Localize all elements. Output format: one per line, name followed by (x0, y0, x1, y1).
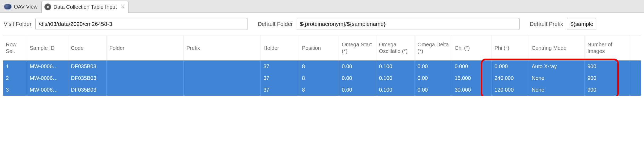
table-row[interactable]: 2 MW-0006… DF035B03 37 8 0.00 0.100 0.00… (3, 72, 641, 84)
cell-centring[interactable]: None (529, 72, 585, 84)
col-folder[interactable]: Folder (107, 35, 184, 60)
cell-folder[interactable] (107, 84, 184, 96)
col-row-sel[interactable]: Row Sel. (3, 35, 27, 60)
cell-nimages[interactable]: 900 (585, 60, 630, 72)
cell-code[interactable]: DF035B03 (68, 84, 107, 96)
default-prefix-label: Default Prefix (530, 21, 563, 27)
cell-omega-o[interactable]: 0.100 (376, 84, 415, 96)
cell-omega-o[interactable]: 0.100 (376, 60, 415, 72)
col-phi[interactable]: Phi (°) (492, 35, 529, 60)
col-omega-d[interactable]: Omega Delta (°) (415, 35, 452, 60)
lens-icon (4, 4, 12, 10)
table-row[interactable]: 3 MW-0006… DF035B03 37 8 0.00 0.100 0.00… (3, 84, 641, 96)
cell-row[interactable]: 1 (3, 60, 27, 72)
table-header: Row Sel. Sample ID Code Folder Prefix Ho… (3, 35, 641, 60)
col-nimages[interactable]: Number of Images (585, 35, 630, 60)
table-row[interactable]: 1 MW-0006… DF035B03 37 8 0.00 0.100 0.00… (3, 60, 641, 72)
cell-sample-id[interactable]: MW-0006… (27, 60, 68, 72)
col-sample-id[interactable]: Sample ID (27, 35, 68, 60)
cell-chi[interactable]: 15.000 (452, 72, 492, 84)
cell-omega-s[interactable]: 0.00 (339, 84, 376, 96)
col-omega-o[interactable]: Omega Oscillatio (°) (376, 35, 415, 60)
cell-row[interactable]: 3 (3, 84, 27, 96)
close-icon[interactable]: ⨯ (121, 4, 125, 10)
cell-omega-d[interactable]: 0.00 (415, 72, 452, 84)
cell-code[interactable]: DF035B03 (68, 72, 107, 84)
cell-code[interactable]: DF035B03 (68, 60, 107, 72)
cell-prefix[interactable] (184, 60, 261, 72)
cell-prefix[interactable] (184, 84, 261, 96)
cell-position[interactable]: 8 (299, 72, 339, 84)
default-folder-input[interactable] (297, 18, 520, 30)
default-prefix-input[interactable] (567, 18, 596, 30)
tab-data-collection[interactable]: Data Collection Table Input ⨯ (41, 1, 129, 13)
cell-sample-id[interactable]: MW-0006… (27, 72, 68, 84)
cell-folder[interactable] (107, 72, 184, 84)
cell-position[interactable]: 8 (299, 60, 339, 72)
cell-holder[interactable]: 37 (261, 84, 299, 96)
tab-label: Data Collection Table Input (53, 4, 117, 10)
disc-icon (44, 3, 51, 10)
tab-oav-view[interactable]: OAV View (1, 1, 41, 13)
cell-omega-s[interactable]: 0.00 (339, 60, 376, 72)
cell-chi[interactable]: 0.000 (452, 60, 492, 72)
cell-omega-o[interactable]: 0.100 (376, 72, 415, 84)
cell-centring[interactable]: Auto X-ray (529, 60, 585, 72)
col-centring[interactable]: Centring Mode (529, 35, 585, 60)
col-holder[interactable]: Holder (261, 35, 299, 60)
cell-holder[interactable]: 37 (261, 72, 299, 84)
cell-row[interactable]: 2 (3, 72, 27, 84)
cell-omega-d[interactable]: 0.00 (415, 84, 452, 96)
cell-holder[interactable]: 37 (261, 60, 299, 72)
cell-phi[interactable]: 120.000 (492, 84, 529, 96)
cell-sample-id[interactable]: MW-0006… (27, 84, 68, 96)
cell-folder[interactable] (107, 60, 184, 72)
cell-centring[interactable]: None (529, 84, 585, 96)
cell-nimages[interactable]: 900 (585, 84, 630, 96)
tab-bar: OAV View Data Collection Table Input ⨯ (0, 0, 644, 13)
cell-chi[interactable]: 30.000 (452, 84, 492, 96)
cell-prefix[interactable] (184, 72, 261, 84)
col-position[interactable]: Position (299, 35, 339, 60)
cell-position[interactable]: 8 (299, 84, 339, 96)
tab-label: OAV View (14, 4, 37, 10)
cell-nimages[interactable]: 900 (585, 72, 630, 84)
col-omega-s[interactable]: Omega Start (°) (339, 35, 376, 60)
default-folder-label: Default Folder (258, 21, 293, 27)
cell-omega-s[interactable]: 0.00 (339, 72, 376, 84)
col-prefix[interactable]: Prefix (184, 35, 261, 60)
cell-omega-d[interactable]: 0.00 (415, 60, 452, 72)
cell-phi[interactable]: 240.000 (492, 72, 529, 84)
visit-folder-label: Visit Folder (4, 21, 32, 27)
cell-phi[interactable]: 0.000 (492, 60, 529, 72)
col-chi[interactable]: Chi (°) (452, 35, 492, 60)
visit-folder-input[interactable] (35, 18, 248, 30)
col-code[interactable]: Code (68, 35, 107, 60)
data-table: Row Sel. Sample ID Code Folder Prefix Ho… (3, 35, 641, 96)
toolbar: Visit Folder Default Folder Default Pref… (0, 13, 644, 35)
